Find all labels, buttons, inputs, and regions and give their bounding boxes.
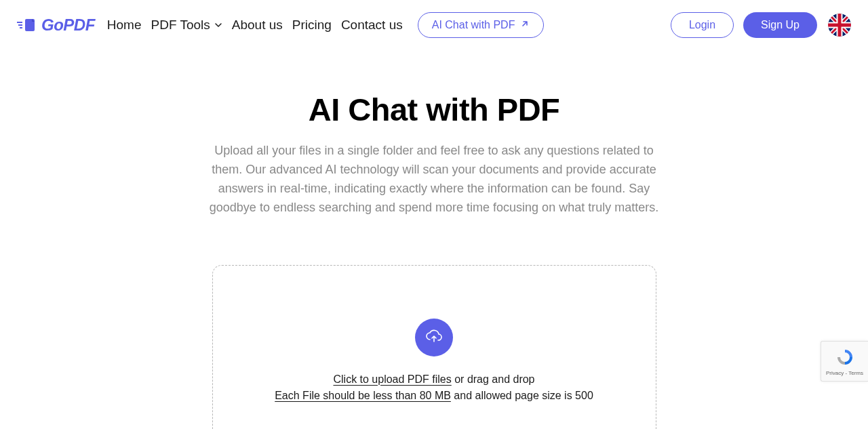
nav-pricing[interactable]: Pricing	[292, 18, 332, 33]
recaptcha-privacy[interactable]: Privacy	[826, 370, 844, 376]
recaptcha-icon	[835, 347, 855, 369]
ai-chat-label: AI Chat with PDF	[432, 19, 515, 31]
recaptcha-badge[interactable]: Privacy - Terms	[821, 341, 868, 382]
upload-drag-text: or drag and drop	[452, 373, 535, 385]
nav-pdf-tools-label: PDF Tools	[151, 18, 210, 33]
cloud-upload-icon	[415, 319, 453, 356]
header: GoPDF Home PDF Tools About us Pricing Co…	[0, 0, 868, 50]
logo-icon	[17, 18, 37, 33]
chevron-down-icon	[214, 18, 222, 33]
svg-rect-3	[20, 27, 22, 28]
svg-rect-1	[17, 22, 22, 23]
recaptcha-terms[interactable]: Terms	[848, 370, 863, 376]
nav-about[interactable]: About us	[232, 18, 283, 33]
nav-home[interactable]: Home	[107, 18, 142, 33]
arrow-up-right-icon	[520, 19, 530, 31]
page-description: Upload all your files in a single folder…	[203, 142, 665, 218]
upload-click-text: Click to upload PDF files	[333, 373, 451, 385]
logo-text: GoPDF	[41, 16, 95, 35]
main-nav: Home PDF Tools About us Pricing Contact …	[107, 12, 545, 38]
nav-contact[interactable]: Contact us	[341, 18, 403, 33]
recaptcha-links: Privacy - Terms	[826, 370, 863, 376]
upload-page-text: and allowed page size is 500	[451, 390, 593, 401]
ai-chat-with-pdf-button[interactable]: AI Chat with PDF	[418, 12, 545, 38]
svg-rect-2	[18, 24, 22, 26]
upload-instruction-1: Click to upload PDF files or drag and dr…	[240, 371, 629, 388]
nav-pdf-tools[interactable]: PDF Tools	[151, 18, 222, 33]
login-button[interactable]: Login	[671, 12, 734, 38]
upload-instruction-2: Each File should be less than 80 MB and …	[240, 388, 629, 404]
page-title: AI Chat with PDF	[122, 91, 746, 128]
language-flag-uk[interactable]	[828, 14, 851, 37]
upload-limit-text: Each File should be less than 80 MB	[275, 390, 451, 401]
signup-button[interactable]: Sign Up	[743, 12, 817, 38]
main-content: AI Chat with PDF Upload all your files i…	[108, 91, 760, 429]
logo[interactable]: GoPDF	[17, 16, 95, 35]
upload-dropzone[interactable]: Click to upload PDF files or drag and dr…	[212, 265, 656, 429]
